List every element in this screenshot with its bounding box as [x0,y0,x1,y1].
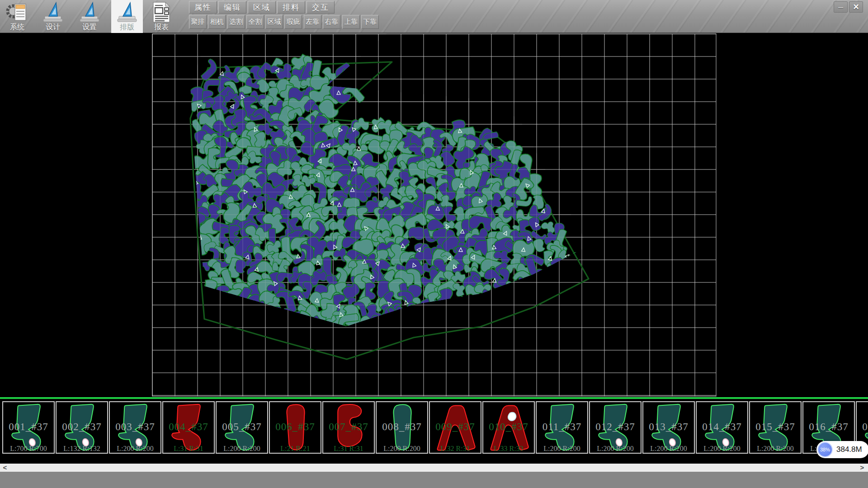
report-doc-icon [151,1,172,23]
menu-button-interaction[interactable]: 交互 [307,1,335,14]
thumbnail-cell-005_#37[interactable]: 005_#37L:200 R:200 [216,401,268,454]
close-button[interactable]: ✕ [849,1,863,13]
tool-button-align-top[interactable]: 上靠 [342,15,360,29]
thumbnail-cell-002_#37[interactable]: 002_#37L:132 R:132 [56,401,108,454]
main-button-label: 设置 [82,23,97,31]
piece-thumbnail [486,403,532,453]
system-gear-doc-icon [5,1,29,23]
memory-usage-label: 384.8M [836,445,862,454]
piece-thumbnail [59,403,105,453]
minimize-button[interactable]: ─ [834,1,848,13]
tool-button-align-left[interactable]: 左靠 [304,15,321,29]
tool-button-cut-all[interactable]: 全割 [246,15,264,29]
thumbnail-cell-003_#37[interactable]: 003_#37L:200 R:200 [109,401,161,454]
thumbnail-cell-007_#37[interactable]: 007_#37L:31 R:31 [322,401,375,454]
thumbnail-cell-010_#37[interactable]: 010_#37L:33 R:33 [482,401,535,454]
thumbnail-cell-012_#37[interactable]: 012_#37L:200 R:200 [589,401,642,454]
settings-ruler-icon [79,1,100,23]
main-button-report[interactable]: 报表 [146,0,177,33]
thumbnail-cell-013_#37[interactable]: 013_#37L:200 R:200 [642,401,695,454]
main-button-label: 设计 [46,23,60,31]
scroll-right-arrow-icon[interactable]: > [858,464,866,472]
thumbnail-cell-001_#37[interactable]: 001_#37L:700 R:700 [2,401,55,454]
cpu-percent-indicator: 38% [817,442,833,457]
menu-button-region[interactable]: 区域 [248,1,276,14]
piece-thumbnail [219,403,265,453]
main-button-label: 系统 [10,23,24,31]
scroll-left-arrow-icon[interactable]: < [1,464,9,472]
thumbnail-cell-006_#37[interactable]: 006_#37L:21 R:21 [269,401,321,454]
main-button-nesting[interactable]: 排版 [111,0,143,33]
tool-button-region[interactable]: 区域 [265,15,283,29]
piece-thumbnail [646,403,692,453]
menu-button-edit[interactable]: 编辑 [218,1,246,14]
main-button-label: 报表 [154,23,169,31]
toolbar: 系统 设计 设置 [0,0,868,33]
thumbnail-cell-011_#37[interactable]: 011_#37L:200 R:200 [536,401,588,454]
nesting-ruler-icon [116,1,138,23]
thumbnail-cell-009_#37[interactable]: 009_#37L:32 R:31 [429,401,481,454]
main-button-label: 排版 [120,23,134,31]
tool-button-align-bottom[interactable]: 下靠 [361,15,379,29]
thumbnail-cell-008_#37[interactable]: 008_#37L:200 R:200 [376,401,428,454]
piece-thumbnail [433,403,479,453]
piece-thumbnail [166,403,212,453]
menu-button-nesting[interactable]: 排料 [277,1,305,14]
nesting-canvas[interactable] [0,33,868,397]
application-window: 系统 设计 设置 [0,0,868,488]
design-ruler-icon [42,1,64,23]
piece-thumbnail [273,403,319,453]
tool-button-camera[interactable]: 相机 [208,15,226,29]
tool-button-select-cut[interactable]: 选割 [227,15,245,29]
piece-thumbnail [593,403,639,453]
thumbnail-cell-015_#37[interactable]: 015_#37L:200 R:200 [749,401,802,454]
thumbnail-cell-004_#37[interactable]: 004_#37L:31 R:31 [162,401,215,454]
main-button-settings[interactable]: 设置 [74,0,105,33]
nested-pieces [152,34,716,396]
horizontal-scrollbar[interactable]: < > [0,464,868,472]
piece-thumbnail-strip: 001_#37L:700 R:700002_#37L:132 R:132003_… [0,399,868,464]
piece-thumbnail [6,403,52,453]
tool-button-defect[interactable]: 瑕疵 [284,15,302,29]
resource-badge[interactable]: 38% 384.8M [816,441,868,458]
menu-button-properties[interactable]: 属性 [189,1,217,14]
piece-thumbnail [379,403,425,453]
piece-thumbnail [753,403,799,453]
window-bottom-edge [0,472,868,488]
piece-thumbnail [113,403,159,453]
thumbnail-cell-014_#37[interactable]: 014_#37L:200 R:200 [696,401,748,454]
tool-button-align-right[interactable]: 右靠 [323,15,340,29]
piece-thumbnail [699,403,745,453]
piece-thumbnail [539,403,585,453]
piece-thumbnail [326,403,372,453]
tool-button-cluster-nest[interactable]: 聚排 [189,15,207,29]
main-button-design[interactable]: 设计 [38,0,68,33]
main-button-system[interactable]: 系统 [2,0,33,33]
